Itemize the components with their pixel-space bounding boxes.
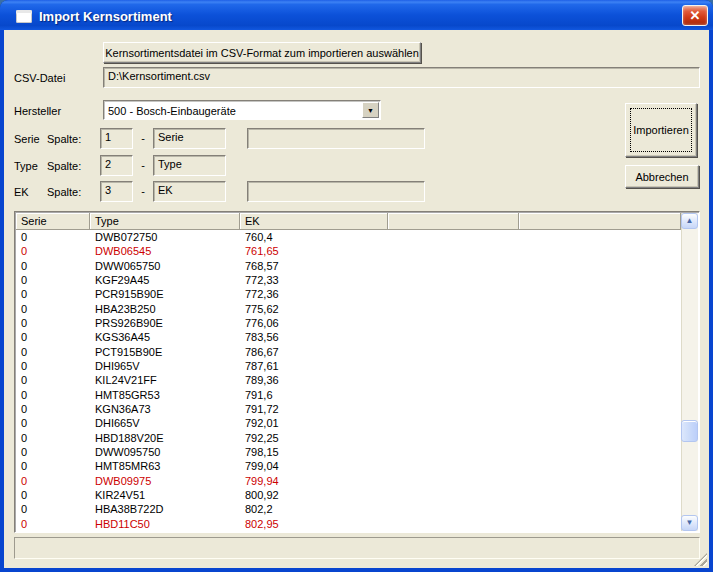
cell-serie: 0: [16, 288, 90, 300]
table-row[interactable]: 0KGS36A45783,56: [16, 330, 681, 344]
cell-serie: 0: [16, 503, 90, 515]
cell-serie: 0: [16, 446, 90, 458]
cell-ek: 791,72: [240, 403, 388, 415]
table-row[interactable]: 0DWB072750760,4: [16, 230, 681, 244]
table-row[interactable]: 0DWW095750798,15: [16, 445, 681, 459]
cell-ek: 761,65: [240, 245, 388, 257]
dropdown-button[interactable]: ▼: [362, 102, 379, 118]
cell-ek: 786,67: [240, 346, 388, 358]
importieren-button[interactable]: Importieren: [625, 103, 697, 157]
cell-type: DHI965V: [90, 360, 240, 372]
cell-ek: 789,36: [240, 374, 388, 386]
serie-name-field[interactable]: Serie: [153, 128, 226, 149]
title-bar[interactable]: Import Kernsortiment ✕: [0, 0, 713, 30]
table-row[interactable]: 0KIL24V21FF789,36: [16, 373, 681, 387]
cell-serie: 0: [16, 346, 90, 358]
table-row[interactable]: 0HMT85GR53791,6: [16, 388, 681, 402]
table-row[interactable]: 0DHI965V787,61: [16, 359, 681, 373]
ek-label: EK: [14, 182, 29, 202]
cell-ek: 798,15: [240, 446, 388, 458]
cell-ek: 802,2: [240, 503, 388, 515]
table-row[interactable]: 0KIR24V51800,92: [16, 488, 681, 502]
cell-serie: 0: [16, 303, 90, 315]
table-row[interactable]: 0DWB06545761,65: [16, 244, 681, 258]
list-header: SerieTypeEK: [16, 213, 681, 230]
cell-ek: 802,95: [240, 518, 388, 530]
cell-serie: 0: [16, 432, 90, 444]
table-row[interactable]: 0DHI665V792,01: [16, 416, 681, 430]
chevron-down-icon: ▼: [367, 107, 374, 114]
cell-serie: 0: [16, 331, 90, 343]
cell-type: HMT85GR53: [90, 389, 240, 401]
cell-ek: 799,94: [240, 475, 388, 487]
table-row[interactable]: 0HMT85MR63799,04: [16, 459, 681, 473]
cell-type: PCT915B90E: [90, 346, 240, 358]
cell-serie: 0: [16, 389, 90, 401]
hersteller-selected-value: 500 - Bosch-Einbaugeräte: [104, 104, 361, 117]
ek-extra-field[interactable]: [247, 181, 425, 202]
cell-serie: 0: [16, 489, 90, 501]
table-row[interactable]: 0PCR915B90E772,36: [16, 287, 681, 301]
table-row[interactable]: 0HBD188V20E792,25: [16, 431, 681, 445]
cell-serie: 0: [16, 403, 90, 415]
cell-serie: 0: [16, 274, 90, 286]
cell-type: HMT85MR63: [90, 460, 240, 472]
cell-ek: 772,33: [240, 274, 388, 286]
cell-ek: 760,4: [240, 231, 388, 243]
cell-type: HBA38B722D: [90, 503, 240, 515]
column-header-blank[interactable]: [388, 213, 519, 230]
import-preview-list: SerieTypeEK 0DWB072750760,40DWB06545761,…: [14, 211, 700, 533]
column-header-type[interactable]: Type: [90, 213, 240, 230]
table-row[interactable]: 0HBA38B722D802,2: [16, 502, 681, 516]
type-label: Type: [14, 156, 38, 176]
table-row[interactable]: 0HBD11C50802,95: [16, 517, 681, 531]
cell-type: DWB09975: [90, 475, 240, 487]
ek-separator: -: [136, 181, 150, 201]
cell-type: DHI665V: [90, 417, 240, 429]
abbrechen-button-label: Abbrechen: [635, 171, 688, 183]
vertical-scrollbar[interactable]: ▲ ▼: [681, 213, 698, 531]
ek-spalte-label: Spalte:: [47, 182, 81, 202]
cell-serie: 0: [16, 317, 90, 329]
cell-serie: 0: [16, 475, 90, 487]
column-header-serie[interactable]: Serie: [16, 213, 90, 230]
dialog-client-area: Kernsortimentsdatei im CSV-Format zum im…: [4, 30, 709, 568]
cell-type: DWB06545: [90, 245, 240, 257]
csv-datei-field[interactable]: D:\Kernsortiment.csv: [103, 67, 700, 88]
table-row[interactable]: 0PRS926B90E776,06: [16, 316, 681, 330]
status-bar: [14, 537, 700, 559]
table-row[interactable]: 0HBA23B250775,62: [16, 302, 681, 316]
abbrechen-button[interactable]: Abbrechen: [625, 165, 699, 188]
serie-separator: -: [136, 128, 150, 148]
table-row[interactable]: 0DWW065750768,57: [16, 259, 681, 273]
window-icon: [16, 10, 32, 23]
cell-type: KGN36A73: [90, 403, 240, 415]
ek-name-field[interactable]: EK: [153, 181, 226, 202]
serie-spalte-label: Spalte:: [47, 129, 81, 149]
scrollbar-thumb[interactable]: [681, 420, 698, 442]
cell-type: DWW095750: [90, 446, 240, 458]
cell-type: HBA23B250: [90, 303, 240, 315]
table-row[interactable]: 0KGF29A45772,33: [16, 273, 681, 287]
cell-serie: 0: [16, 260, 90, 272]
type-column-field[interactable]: 2: [100, 155, 133, 176]
scroll-up-button[interactable]: ▲: [681, 213, 698, 229]
cell-ek: 768,57: [240, 260, 388, 272]
column-header-ek[interactable]: EK: [240, 213, 388, 230]
select-csv-file-button[interactable]: Kernsortimentsdatei im CSV-Format zum im…: [103, 42, 421, 63]
ek-column-field[interactable]: 3: [100, 181, 133, 202]
cell-serie: 0: [16, 417, 90, 429]
table-row[interactable]: 0DWB09975799,94: [16, 474, 681, 488]
cell-type: KGS36A45: [90, 331, 240, 343]
table-row[interactable]: 0PCT915B90E786,67: [16, 345, 681, 359]
serie-column-field[interactable]: 1: [100, 128, 133, 149]
type-name-field[interactable]: Type: [153, 155, 226, 176]
cell-ek: 800,92: [240, 489, 388, 501]
cell-type: PCR915B90E: [90, 288, 240, 300]
close-button[interactable]: ✕: [682, 5, 708, 26]
scroll-down-button[interactable]: ▼: [681, 515, 698, 531]
serie-extra-field[interactable]: [247, 128, 425, 149]
hersteller-dropdown[interactable]: 500 - Bosch-Einbaugeräte ▼: [103, 100, 381, 120]
table-row[interactable]: 0KGN36A73791,72: [16, 402, 681, 416]
cell-serie: 0: [16, 231, 90, 243]
